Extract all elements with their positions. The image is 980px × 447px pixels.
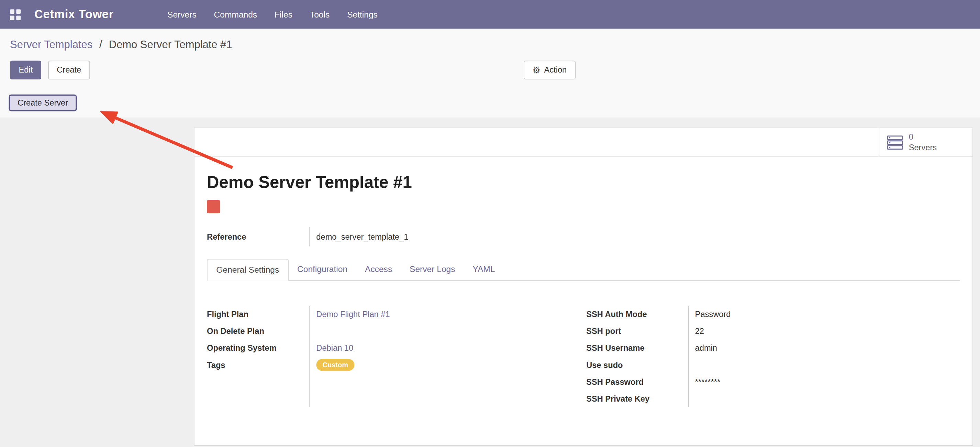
top-navbar: Cetmix Tower Servers Commands Files Tool… xyxy=(0,0,980,29)
gear-icon: ⚙ xyxy=(533,65,541,74)
menu-item-settings[interactable]: Settings xyxy=(339,0,387,29)
action-button[interactable]: ⚙ Action xyxy=(524,61,575,79)
reference-field: Reference demo_server_template_1 xyxy=(207,227,960,246)
breadcrumb: Server Templates / Demo Server Template … xyxy=(10,39,970,51)
notebook-tabs: General Settings Configuration Access Se… xyxy=(207,259,960,281)
statusbar: Create Server xyxy=(0,90,980,118)
flight-plan-value-link[interactable]: Demo Flight Plan #1 xyxy=(316,310,390,319)
color-swatch xyxy=(207,200,220,213)
right-labels: SSH Auth Mode SSH port SSH Username Use … xyxy=(586,306,688,407)
use-sudo-label: Use sudo xyxy=(586,356,688,374)
field-group-right: SSH Auth Mode SSH port SSH Username Use … xyxy=(586,306,801,407)
menu-item-commands[interactable]: Commands xyxy=(205,0,266,29)
form-sheet: 0 Servers Demo Server Template #1 Refere… xyxy=(194,128,973,446)
toolbar: Edit Create ⚙ Action xyxy=(10,61,970,80)
breadcrumb-separator: / xyxy=(99,39,102,51)
tab-server-logs[interactable]: Server Logs xyxy=(401,259,464,281)
servers-count-label: Servers xyxy=(909,142,937,153)
ssh-auth-mode-label: SSH Auth Mode xyxy=(586,306,688,322)
menu-item-tools[interactable]: Tools xyxy=(301,0,338,29)
servers-stat-button[interactable]: 0 Servers xyxy=(879,128,972,156)
create-button[interactable]: Create xyxy=(48,61,90,79)
action-button-label: Action xyxy=(544,65,566,75)
tab-general-settings[interactable]: General Settings xyxy=(207,259,288,281)
ssh-private-key-label: SSH Private Key xyxy=(586,390,688,407)
content-area: 0 Servers Demo Server Template #1 Refere… xyxy=(0,118,980,447)
tab-configuration[interactable]: Configuration xyxy=(289,259,356,281)
reference-label: Reference xyxy=(207,227,309,246)
sheet-body: Demo Server Template #1 Reference demo_s… xyxy=(194,157,973,407)
operating-system-label: Operating System xyxy=(207,340,309,356)
left-values: Demo Flight Plan #1 Debian 10 Custom xyxy=(309,306,422,407)
menu-item-files[interactable]: Files xyxy=(266,0,301,29)
ssh-password-label: SSH Password xyxy=(586,374,688,390)
main-menu: Servers Commands Files Tools Settings xyxy=(159,0,387,29)
record-title: Demo Server Template #1 xyxy=(207,173,960,193)
field-groups: Flight Plan On Delete Plan Operating Sys… xyxy=(207,306,960,407)
flight-plan-label: Flight Plan xyxy=(207,306,309,322)
brand-title: Cetmix Tower xyxy=(34,8,114,21)
menu-item-servers[interactable]: Servers xyxy=(159,0,205,29)
ssh-username-label: SSH Username xyxy=(586,340,688,356)
app-window: Cetmix Tower Servers Commands Files Tool… xyxy=(0,0,980,447)
ssh-auth-mode-value: Password xyxy=(695,310,731,319)
ssh-username-value: admin xyxy=(695,343,717,353)
server-stack-icon xyxy=(887,135,903,150)
ssh-port-label: SSH port xyxy=(586,323,688,340)
ssh-password-value: ******** xyxy=(695,377,721,386)
tags-label: Tags xyxy=(207,356,309,374)
tab-access[interactable]: Access xyxy=(356,259,401,281)
right-values: Password 22 admin ******** xyxy=(688,306,801,407)
breadcrumb-parent-link[interactable]: Server Templates xyxy=(10,39,92,51)
control-panel: Server Templates / Demo Server Template … xyxy=(0,29,980,80)
reference-value: demo_server_template_1 xyxy=(309,227,408,246)
create-server-button[interactable]: Create Server xyxy=(9,94,76,112)
ssh-port-value: 22 xyxy=(695,326,704,335)
servers-count: 0 xyxy=(909,132,937,142)
breadcrumb-current: Demo Server Template #1 xyxy=(109,39,232,51)
apps-grid-icon[interactable] xyxy=(10,9,21,19)
on-delete-plan-label: On Delete Plan xyxy=(207,323,309,340)
button-box: 0 Servers xyxy=(194,128,973,157)
edit-button[interactable]: Edit xyxy=(10,61,41,79)
tag-badge-custom: Custom xyxy=(316,359,354,371)
stat-text: 0 Servers xyxy=(909,132,937,152)
tab-yaml[interactable]: YAML xyxy=(464,259,504,281)
left-labels: Flight Plan On Delete Plan Operating Sys… xyxy=(207,306,309,407)
operating-system-value-link[interactable]: Debian 10 xyxy=(316,343,353,353)
field-group-left: Flight Plan On Delete Plan Operating Sys… xyxy=(207,306,557,407)
